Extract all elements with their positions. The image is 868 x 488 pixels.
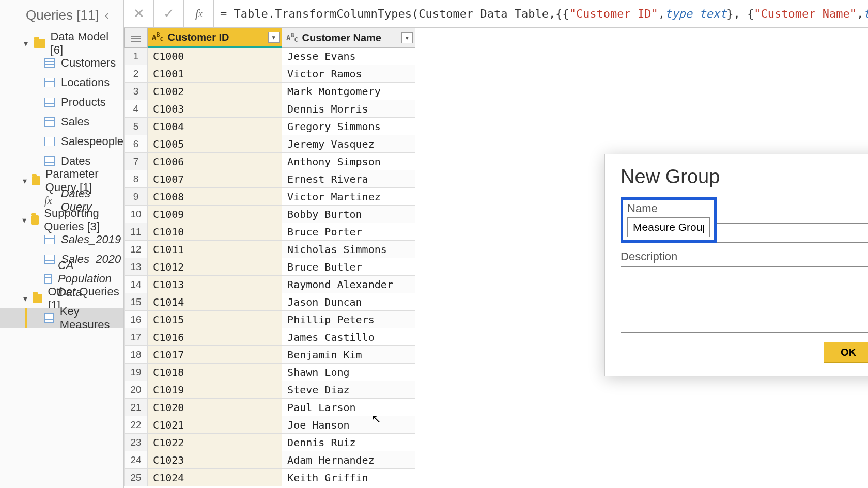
cell-customer-id[interactable]: C1015 (148, 311, 282, 328)
row-header[interactable]: 20 (124, 381, 148, 399)
column-filter-button[interactable]: ▾ (401, 32, 413, 43)
group-name-input[interactable] (627, 217, 710, 237)
row-header[interactable]: 24 (124, 451, 148, 469)
group-name-input-ext[interactable] (717, 223, 868, 243)
cell-customer-name[interactable]: Joe Hanson (282, 416, 415, 434)
cell-customer-id[interactable]: C1022 (148, 434, 282, 451)
formula-fx-button[interactable]: fx (184, 0, 214, 27)
formula-cancel-button[interactable]: ✕ (124, 0, 154, 27)
row-header[interactable]: 19 (124, 364, 148, 381)
query-item[interactable]: Salespeople (0, 132, 123, 151)
row-header[interactable]: 16 (124, 311, 148, 328)
cell-customer-id[interactable]: C1023 (148, 451, 282, 469)
cell-customer-name[interactable]: Bobby Burton (282, 206, 415, 223)
cell-customer-name[interactable]: Bruce Butler (282, 258, 415, 276)
row-header[interactable]: 2 (124, 65, 148, 83)
cell-customer-id[interactable]: C1002 (148, 83, 282, 100)
cell-customer-name[interactable]: Victor Ramos (282, 65, 415, 83)
cell-customer-name[interactable]: Paul Larson (282, 399, 415, 416)
cell-customer-name[interactable]: Dennis Morris (282, 100, 415, 118)
row-header[interactable]: 18 (124, 346, 148, 364)
cell-customer-name[interactable]: Nicholas Simmons (282, 241, 415, 258)
cell-customer-id[interactable]: C1005 (148, 135, 282, 153)
cell-customer-id[interactable]: C1016 (148, 328, 282, 346)
column-header[interactable]: ABCCustomer ID▾ (148, 28, 282, 48)
cell-customer-id[interactable]: C1009 (148, 206, 282, 223)
row-header[interactable]: 10 (124, 206, 148, 223)
cell-customer-id[interactable]: C1013 (148, 276, 282, 293)
row-header[interactable]: 7 (124, 153, 148, 170)
cell-customer-name[interactable]: James Castillo (282, 328, 415, 346)
row-header[interactable]: 8 (124, 170, 148, 188)
column-filter-button[interactable]: ▾ (268, 32, 280, 43)
cell-customer-id[interactable]: C1001 (148, 65, 282, 83)
row-header[interactable]: 22 (124, 416, 148, 434)
cell-customer-id[interactable]: C1021 (148, 416, 282, 434)
query-item[interactable]: Locations (0, 73, 123, 92)
query-item[interactable]: Key Measures (0, 308, 123, 328)
cell-customer-id[interactable]: C1010 (148, 223, 282, 241)
row-header[interactable]: 14 (124, 276, 148, 293)
cell-customer-name[interactable]: Mark Montgomery (282, 83, 415, 100)
query-item[interactable]: Customers (0, 53, 123, 73)
query-group[interactable]: ▾Data Model [6] (0, 34, 123, 53)
row-header[interactable]: 25 (124, 469, 148, 486)
formula-input[interactable]: = Table.TransformColumnTypes(Customer_Da… (214, 0, 868, 27)
query-item[interactable]: Products (0, 92, 123, 112)
cell-customer-id[interactable]: C1007 (148, 170, 282, 188)
query-item[interactable]: Sales_2019 (0, 230, 123, 249)
query-group[interactable]: ▾Supporting Queries [3] (0, 210, 123, 230)
cell-customer-name[interactable]: Benjamin Kim (282, 346, 415, 364)
row-header[interactable]: 4 (124, 100, 148, 118)
cell-customer-id[interactable]: C1020 (148, 399, 282, 416)
cell-customer-id[interactable]: C1008 (148, 188, 282, 206)
cell-customer-name[interactable]: Jeremy Vasquez (282, 135, 415, 153)
group-description-input[interactable] (621, 266, 868, 333)
row-header[interactable]: 15 (124, 293, 148, 311)
cell-customer-name[interactable]: Adam Hernandez (282, 451, 415, 469)
row-header[interactable]: 9 (124, 188, 148, 206)
cell-customer-name[interactable]: Victor Martinez (282, 188, 415, 206)
query-item[interactable]: Sales (0, 112, 123, 132)
cell-customer-name[interactable]: Jason Duncan (282, 293, 415, 311)
formula-commit-button[interactable]: ✓ (154, 0, 184, 27)
cell-customer-id[interactable]: C1006 (148, 153, 282, 170)
row-header[interactable]: 6 (124, 135, 148, 153)
cell-customer-name[interactable]: Steve Diaz (282, 381, 415, 399)
row-header[interactable]: 5 (124, 118, 148, 135)
row-header[interactable]: 17 (124, 328, 148, 346)
cell-customer-id[interactable]: C1003 (148, 100, 282, 118)
row-header[interactable]: 11 (124, 223, 148, 241)
cell-customer-id[interactable]: C1017 (148, 346, 282, 364)
cell-customer-name[interactable]: Jesse Evans (282, 48, 415, 65)
cell-customer-name[interactable]: Gregory Simmons (282, 118, 415, 135)
cell-customer-name[interactable]: Keith Griffin (282, 469, 415, 486)
cell-customer-id[interactable]: C1012 (148, 258, 282, 276)
row-header[interactable]: 21 (124, 399, 148, 416)
cell-customer-name[interactable]: Anthony Simpson (282, 153, 415, 170)
cell-customer-id[interactable]: C1011 (148, 241, 282, 258)
cell-customer-id[interactable]: C1018 (148, 364, 282, 381)
cell-customer-name[interactable]: Raymond Alexander (282, 276, 415, 293)
column-header[interactable]: ABCCustomer Name▾ (282, 28, 415, 48)
row-header[interactable]: 1 (124, 48, 148, 65)
cell-customer-id[interactable]: C1004 (148, 118, 282, 135)
cell-customer-id[interactable]: C1014 (148, 293, 282, 311)
cell-customer-id[interactable]: C1024 (148, 469, 282, 486)
cell-customer-id[interactable]: C1000 (148, 48, 282, 65)
name-highlight: Name (621, 197, 717, 243)
cell-customer-name[interactable]: Shawn Long (282, 364, 415, 381)
cell-customer-name[interactable]: Ernest Rivera (282, 170, 415, 188)
row-header[interactable]: 13 (124, 258, 148, 276)
cell-customer-id[interactable]: C1019 (148, 381, 282, 399)
row-header[interactable]: 12 (124, 241, 148, 258)
row-header[interactable]: 3 (124, 83, 148, 100)
row-header[interactable]: 23 (124, 434, 148, 451)
cell-customer-name[interactable]: Bruce Porter (282, 223, 415, 241)
formula-text: = Table.TransformColumnTypes(Customer_Da… (220, 7, 569, 20)
grid-corner[interactable] (124, 28, 148, 48)
cell-customer-name[interactable]: Phillip Peters (282, 311, 415, 328)
collapse-panel-button[interactable]: ‹ (99, 5, 114, 25)
ok-button[interactable]: OK (824, 342, 868, 363)
cell-customer-name[interactable]: Dennis Ruiz (282, 434, 415, 451)
